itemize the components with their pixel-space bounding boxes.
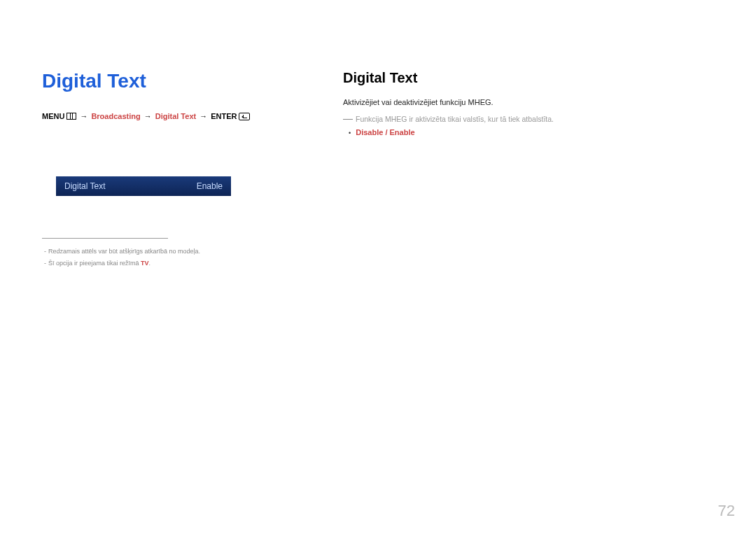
breadcrumb-digital-text: Digital Text xyxy=(155,112,196,120)
option-enable: Enable xyxy=(390,128,415,136)
page-number: 72 xyxy=(718,502,735,520)
menu-icon xyxy=(66,113,76,120)
menu-row-value: Enable xyxy=(197,181,223,191)
description-main: Aktivizējiet vai deaktivizējiet funkciju… xyxy=(343,96,714,109)
arrow-icon: → xyxy=(80,112,88,120)
enter-icon xyxy=(239,113,250,120)
breadcrumb: MENU → Broadcasting → Digital Text → ENT… xyxy=(42,112,301,120)
breadcrumb-enter: ENTER xyxy=(211,112,237,120)
menu-row-label: Digital Text xyxy=(64,181,105,191)
description-note: ―Funkcija MHEG ir aktivizēta tikai valst… xyxy=(343,111,714,127)
arrow-icon: → xyxy=(200,112,207,120)
arrow-icon: → xyxy=(144,112,152,120)
footnote-tv-mode: -Šī opcija ir pieejama tikai režīmā TV. xyxy=(42,258,301,269)
option-disable: Disable xyxy=(356,128,383,136)
footnote-model: -Redzamais attēls var būt atšķirīgs atka… xyxy=(42,246,301,258)
page-title-left: Digital Text xyxy=(42,70,301,92)
menu-row-digital-text[interactable]: Digital Text Enable xyxy=(56,176,231,196)
divider xyxy=(42,238,168,239)
breadcrumb-broadcasting: Broadcasting xyxy=(91,112,140,120)
page-title-right: Digital Text xyxy=(343,70,714,86)
options-line: • Disable / Enable xyxy=(343,128,714,136)
breadcrumb-menu: MENU xyxy=(42,112,64,120)
